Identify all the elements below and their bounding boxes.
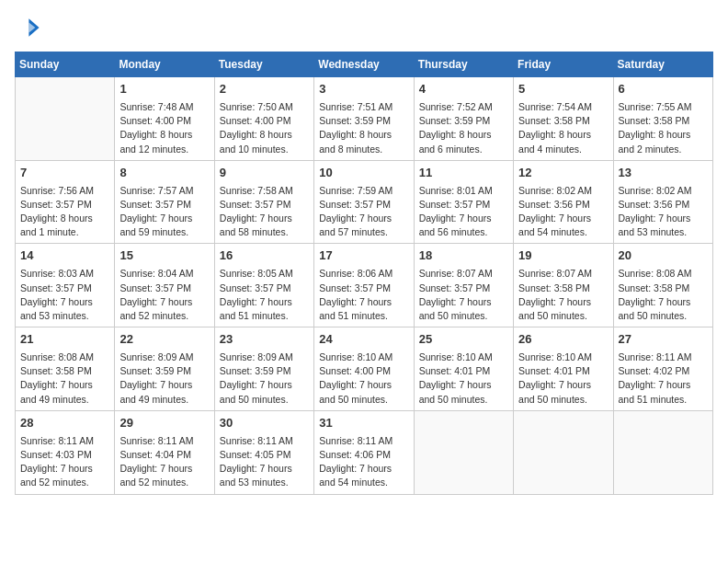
calendar-day-cell: 9Sunrise: 7:58 AMSunset: 3:57 PMDaylight… <box>214 160 313 244</box>
calendar-day-cell: 27Sunrise: 8:11 AMSunset: 4:02 PMDayligh… <box>613 327 712 411</box>
day-info: Sunrise: 8:09 AMSunset: 3:59 PMDaylight:… <box>119 350 209 407</box>
day-number: 20 <box>619 247 708 265</box>
day-number: 6 <box>619 81 708 98</box>
day-number: 23 <box>220 331 309 349</box>
calendar-day-cell <box>613 410 712 494</box>
calendar-day-cell: 10Sunrise: 7:59 AMSunset: 3:57 PMDayligh… <box>314 160 414 244</box>
calendar-week-row: 14Sunrise: 8:03 AMSunset: 3:57 PMDayligh… <box>16 244 713 327</box>
calendar-day-cell: 15Sunrise: 8:04 AMSunset: 3:57 PMDayligh… <box>115 244 214 327</box>
day-info: Sunrise: 8:11 AMSunset: 4:06 PMDaylight:… <box>319 434 408 490</box>
calendar-day-cell: 22Sunrise: 8:09 AMSunset: 3:59 PMDayligh… <box>115 327 214 411</box>
day-info: Sunrise: 7:59 AMSunset: 3:57 PMDaylight:… <box>319 184 408 240</box>
day-number: 28 <box>20 415 109 432</box>
day-number: 5 <box>518 81 608 98</box>
calendar-day-cell: 6Sunrise: 7:55 AMSunset: 3:58 PMDaylight… <box>613 77 712 161</box>
day-number: 25 <box>419 331 508 349</box>
calendar-day-cell <box>514 410 613 494</box>
day-number: 12 <box>518 165 608 182</box>
day-number: 10 <box>319 165 408 182</box>
day-number: 21 <box>20 331 109 349</box>
day-number: 26 <box>518 331 608 349</box>
day-number: 29 <box>119 415 209 432</box>
day-info: Sunrise: 7:58 AMSunset: 3:57 PMDaylight:… <box>220 184 309 240</box>
day-info: Sunrise: 8:04 AMSunset: 3:57 PMDaylight:… <box>119 267 209 323</box>
day-number: 3 <box>319 81 408 98</box>
calendar-day-cell: 20Sunrise: 8:08 AMSunset: 3:58 PMDayligh… <box>613 244 712 327</box>
calendar-week-row: 21Sunrise: 8:08 AMSunset: 3:58 PMDayligh… <box>16 327 713 411</box>
logo-icon <box>15 15 40 40</box>
day-info: Sunrise: 8:10 AMSunset: 4:00 PMDaylight:… <box>319 350 408 407</box>
day-number: 30 <box>220 415 309 432</box>
day-number: 14 <box>20 247 109 265</box>
day-number: 18 <box>419 247 508 265</box>
day-number: 9 <box>220 165 309 182</box>
day-number: 17 <box>319 247 408 265</box>
day-info: Sunrise: 7:50 AMSunset: 4:00 PMDaylight:… <box>220 100 309 156</box>
calendar-week-row: 7Sunrise: 7:56 AMSunset: 3:57 PMDaylight… <box>16 160 713 244</box>
day-info: Sunrise: 7:52 AMSunset: 3:59 PMDaylight:… <box>419 100 508 156</box>
calendar-day-cell: 1Sunrise: 7:48 AMSunset: 4:00 PMDaylight… <box>115 77 214 161</box>
day-info: Sunrise: 8:07 AMSunset: 3:57 PMDaylight:… <box>419 267 508 323</box>
day-info: Sunrise: 7:55 AMSunset: 3:58 PMDaylight:… <box>619 100 708 156</box>
calendar-day-cell: 2Sunrise: 7:50 AMSunset: 4:00 PMDaylight… <box>214 77 313 161</box>
calendar-day-cell: 13Sunrise: 8:02 AMSunset: 3:56 PMDayligh… <box>613 160 712 244</box>
day-number: 19 <box>518 247 608 265</box>
day-number: 2 <box>220 81 309 98</box>
calendar-day-cell: 12Sunrise: 8:02 AMSunset: 3:56 PMDayligh… <box>514 160 613 244</box>
day-of-week-header: Saturday <box>613 52 712 77</box>
day-info: Sunrise: 8:11 AMSunset: 4:02 PMDaylight:… <box>619 350 708 407</box>
calendar-day-cell: 23Sunrise: 8:09 AMSunset: 3:59 PMDayligh… <box>214 327 313 411</box>
day-info: Sunrise: 8:01 AMSunset: 3:57 PMDaylight:… <box>419 184 508 240</box>
calendar-day-cell <box>16 77 115 161</box>
calendar-day-cell: 17Sunrise: 8:06 AMSunset: 3:57 PMDayligh… <box>314 244 414 327</box>
day-info: Sunrise: 8:08 AMSunset: 3:58 PMDaylight:… <box>619 267 708 323</box>
day-info: Sunrise: 8:02 AMSunset: 3:56 PMDaylight:… <box>619 184 708 240</box>
day-of-week-header: Wednesday <box>314 52 414 77</box>
day-number: 8 <box>119 165 209 182</box>
calendar-table: SundayMondayTuesdayWednesdayThursdayFrid… <box>15 52 713 495</box>
logo <box>15 15 44 40</box>
day-info: Sunrise: 8:07 AMSunset: 3:58 PMDaylight:… <box>518 267 608 323</box>
day-info: Sunrise: 7:56 AMSunset: 3:57 PMDaylight:… <box>20 184 109 240</box>
calendar-day-cell: 31Sunrise: 8:11 AMSunset: 4:06 PMDayligh… <box>314 410 414 494</box>
day-number: 16 <box>220 247 309 265</box>
calendar-day-cell: 4Sunrise: 7:52 AMSunset: 3:59 PMDaylight… <box>414 77 513 161</box>
day-info: Sunrise: 8:06 AMSunset: 3:57 PMDaylight:… <box>319 267 408 323</box>
calendar-day-cell: 18Sunrise: 8:07 AMSunset: 3:57 PMDayligh… <box>414 244 513 327</box>
calendar-day-cell: 25Sunrise: 8:10 AMSunset: 4:01 PMDayligh… <box>414 327 513 411</box>
day-info: Sunrise: 7:57 AMSunset: 3:57 PMDaylight:… <box>119 184 209 240</box>
calendar-day-cell: 30Sunrise: 8:11 AMSunset: 4:05 PMDayligh… <box>214 410 313 494</box>
calendar-day-cell: 8Sunrise: 7:57 AMSunset: 3:57 PMDaylight… <box>115 160 214 244</box>
day-number: 4 <box>419 81 508 98</box>
day-number: 31 <box>319 415 408 432</box>
day-number: 7 <box>20 165 109 182</box>
calendar-day-cell: 5Sunrise: 7:54 AMSunset: 3:58 PMDaylight… <box>514 77 613 161</box>
day-info: Sunrise: 8:02 AMSunset: 3:56 PMDaylight:… <box>518 184 608 240</box>
calendar-day-cell: 26Sunrise: 8:10 AMSunset: 4:01 PMDayligh… <box>514 327 613 411</box>
calendar-day-cell: 19Sunrise: 8:07 AMSunset: 3:58 PMDayligh… <box>514 244 613 327</box>
day-number: 1 <box>119 81 209 98</box>
day-number: 27 <box>619 331 708 349</box>
day-number: 24 <box>319 331 408 349</box>
day-info: Sunrise: 7:51 AMSunset: 3:59 PMDaylight:… <box>319 100 408 156</box>
day-info: Sunrise: 8:05 AMSunset: 3:57 PMDaylight:… <box>220 267 309 323</box>
day-info: Sunrise: 8:11 AMSunset: 4:04 PMDaylight:… <box>119 434 209 490</box>
calendar-day-cell: 24Sunrise: 8:10 AMSunset: 4:00 PMDayligh… <box>314 327 414 411</box>
day-number: 15 <box>119 247 209 265</box>
calendar-week-row: 1Sunrise: 7:48 AMSunset: 4:00 PMDaylight… <box>16 77 713 161</box>
calendar-day-cell: 29Sunrise: 8:11 AMSunset: 4:04 PMDayligh… <box>115 410 214 494</box>
day-info: Sunrise: 8:11 AMSunset: 4:05 PMDaylight:… <box>220 434 309 490</box>
day-number: 11 <box>419 165 508 182</box>
calendar-day-cell: 11Sunrise: 8:01 AMSunset: 3:57 PMDayligh… <box>414 160 513 244</box>
day-info: Sunrise: 8:03 AMSunset: 3:57 PMDaylight:… <box>20 267 109 323</box>
day-info: Sunrise: 7:48 AMSunset: 4:00 PMDaylight:… <box>119 100 209 156</box>
day-info: Sunrise: 8:10 AMSunset: 4:01 PMDaylight:… <box>419 350 508 407</box>
day-number: 22 <box>119 331 209 349</box>
calendar-day-cell: 21Sunrise: 8:08 AMSunset: 3:58 PMDayligh… <box>16 327 115 411</box>
calendar-day-cell: 28Sunrise: 8:11 AMSunset: 4:03 PMDayligh… <box>16 410 115 494</box>
calendar-header-row: SundayMondayTuesdayWednesdayThursdayFrid… <box>16 52 713 77</box>
calendar-day-cell: 14Sunrise: 8:03 AMSunset: 3:57 PMDayligh… <box>16 244 115 327</box>
day-of-week-header: Tuesday <box>214 52 313 77</box>
day-of-week-header: Sunday <box>16 52 115 77</box>
day-of-week-header: Monday <box>115 52 214 77</box>
